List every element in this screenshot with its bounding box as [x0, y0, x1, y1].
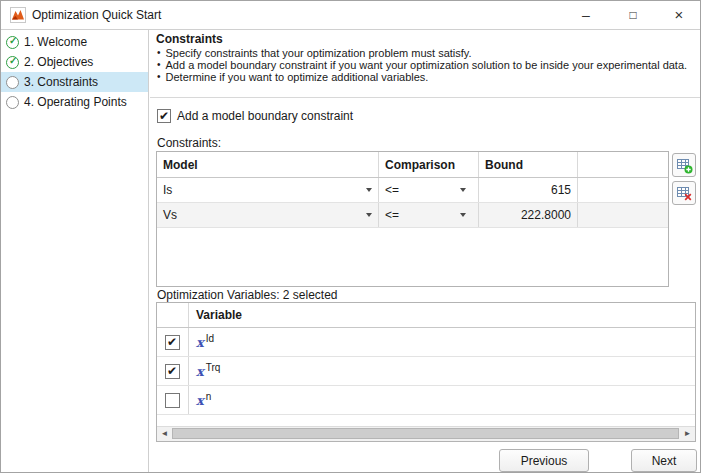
math-x-icon: x — [196, 393, 204, 408]
scrollbar-thumb[interactable] — [172, 428, 679, 439]
step-label: 1. Welcome — [24, 35, 87, 49]
column-header-variable: Variable — [189, 303, 695, 327]
instructions-list: • Specify constraints that your optimiza… — [157, 47, 687, 83]
boundary-constraint-label: Add a model boundary constraint — [177, 109, 353, 123]
math-x-icon: x — [196, 364, 204, 379]
variables-table-header: Variable — [157, 303, 695, 328]
bullet-icon: • — [157, 47, 161, 59]
chevron-down-icon — [366, 213, 372, 217]
comparison-dropdown[interactable]: <= — [379, 178, 479, 202]
optimization-quick-start-window: Optimization Quick Start – □ × 1. Welcom… — [0, 0, 701, 473]
column-header-model: Model — [157, 152, 379, 177]
table-delete-icon — [676, 185, 693, 202]
chevron-down-icon — [460, 213, 466, 217]
variable-name-cell: x Trq — [189, 357, 695, 385]
scroll-left-button[interactable]: ◄ — [157, 427, 172, 440]
variable-row: x n — [157, 386, 695, 415]
bound-cell[interactable]: 222.8000 — [479, 203, 578, 227]
step-label: 2. Objectives — [24, 55, 93, 69]
step-pending-icon — [6, 96, 19, 109]
step-complete-icon — [6, 36, 19, 49]
sidebar-item-operating-points[interactable]: 4. Operating Points — [1, 92, 148, 112]
step-label: 4. Operating Points — [24, 95, 127, 109]
variable-row: x Id — [157, 328, 695, 357]
page-title: Constraints — [156, 32, 223, 46]
variable-name-cell: x n — [189, 386, 695, 414]
filler-cell — [578, 203, 668, 227]
matlab-app-icon — [10, 7, 26, 23]
variable-name: Id — [206, 333, 214, 344]
column-header-filler — [578, 152, 668, 177]
step-label: 3. Constraints — [24, 75, 98, 89]
instruction-item: • Specify constraints that your optimiza… — [157, 47, 687, 59]
maximize-button[interactable]: □ — [618, 1, 648, 28]
titlebar: Optimization Quick Start – □ × — [1, 1, 700, 30]
column-header-comparison: Comparison — [379, 152, 479, 177]
next-button[interactable]: Next — [631, 449, 697, 472]
boundary-constraint-row: Add a model boundary constraint — [157, 109, 353, 123]
math-x-icon: x — [196, 335, 204, 350]
column-header-bound: Bound — [479, 152, 578, 177]
variable-row: x Trq — [157, 357, 695, 386]
boundary-constraint-checkbox[interactable] — [157, 109, 171, 123]
previous-button[interactable]: Previous — [499, 449, 589, 472]
filler-cell — [578, 178, 668, 202]
delete-constraint-button[interactable] — [672, 181, 696, 205]
constraint-row: Vs <= 222.8000 — [157, 203, 668, 228]
variable-checkbox[interactable] — [165, 335, 180, 350]
horizontal-scrollbar[interactable]: ◄ ► — [157, 426, 695, 441]
constraints-table-header: Model Comparison Bound — [157, 152, 668, 178]
variable-name-cell: x Id — [189, 328, 695, 356]
instruction-item: • Add a model boundary constraint if you… — [157, 59, 687, 71]
step-pending-icon — [6, 76, 19, 89]
sidebar-item-constraints[interactable]: 3. Constraints — [1, 72, 148, 92]
model-dropdown[interactable]: Is — [157, 178, 379, 202]
constraints-table: Model Comparison Bound Is <= 615 — [156, 151, 669, 287]
variable-name: n — [206, 391, 212, 402]
optimization-variables-table: Variable x Id x Trq — [156, 302, 696, 442]
sidebar-item-objectives[interactable]: 2. Objectives — [1, 52, 148, 72]
window-title: Optimization Quick Start — [32, 8, 161, 22]
column-header-checkbox — [157, 303, 189, 327]
optimization-variables-label: Optimization Variables: 2 selected — [157, 288, 338, 302]
model-dropdown[interactable]: Vs — [157, 203, 379, 227]
variable-checkbox[interactable] — [165, 393, 180, 408]
bound-cell[interactable]: 615 — [479, 178, 578, 202]
table-empty-area — [157, 415, 695, 426]
comparison-dropdown[interactable]: <= — [379, 203, 479, 227]
constraints-page: Constraints • Specify constraints that y… — [150, 30, 701, 473]
step-complete-icon — [6, 56, 19, 69]
chevron-down-icon — [460, 188, 466, 192]
variable-checkbox[interactable] — [165, 364, 180, 379]
bullet-icon: • — [157, 59, 161, 71]
scroll-right-button[interactable]: ► — [680, 427, 695, 440]
variable-name: Trq — [206, 362, 221, 373]
chevron-down-icon — [366, 188, 372, 192]
constraint-row: Is <= 615 — [157, 178, 668, 203]
instruction-item: • Determine if you want to optimize addi… — [157, 71, 687, 83]
table-add-icon — [676, 157, 693, 174]
divider — [150, 97, 701, 98]
sidebar-item-welcome[interactable]: 1. Welcome — [1, 32, 148, 52]
bullet-icon: • — [157, 71, 161, 83]
add-constraint-button[interactable] — [672, 153, 696, 177]
close-button[interactable]: × — [664, 1, 694, 28]
wizard-steps-sidebar: 1. Welcome 2. Objectives 3. Constraints … — [1, 30, 149, 473]
constraints-table-label: Constraints: — [157, 136, 221, 150]
minimize-button[interactable]: – — [571, 1, 601, 28]
